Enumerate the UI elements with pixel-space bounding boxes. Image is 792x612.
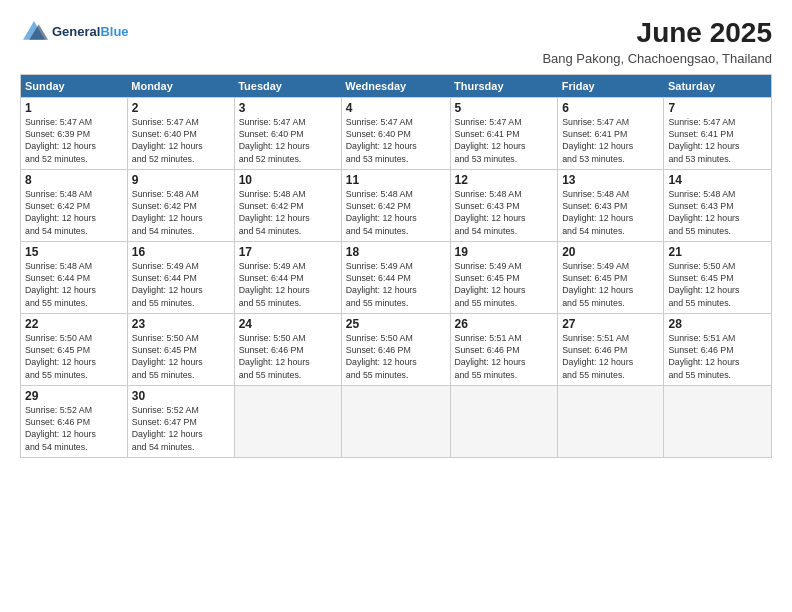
table-row: 30 Sunrise: 5:52 AMSunset: 6:47 PMDaylig… [127,385,234,457]
day-number: 21 [668,245,767,259]
calendar: Sunday Monday Tuesday Wednesday Thursday… [20,74,772,458]
table-row: 10 Sunrise: 5:48 AMSunset: 6:42 PMDaylig… [234,169,341,241]
table-row: 24 Sunrise: 5:50 AMSunset: 6:46 PMDaylig… [234,313,341,385]
day-info: Sunrise: 5:50 AMSunset: 6:45 PMDaylight:… [25,332,123,381]
table-row: 15 Sunrise: 5:48 AMSunset: 6:44 PMDaylig… [21,241,128,313]
day-info: Sunrise: 5:52 AMSunset: 6:47 PMDaylight:… [132,404,230,453]
calendar-week-3: 15 Sunrise: 5:48 AMSunset: 6:44 PMDaylig… [21,241,772,313]
subtitle: Bang Pakong, Chachoengsao, Thailand [542,51,772,66]
day-number: 4 [346,101,446,115]
logo-blue: Blue [100,24,128,39]
day-number: 28 [668,317,767,331]
day-info: Sunrise: 5:50 AMSunset: 6:45 PMDaylight:… [668,260,767,309]
table-row: 18 Sunrise: 5:49 AMSunset: 6:44 PMDaylig… [341,241,450,313]
day-info: Sunrise: 5:51 AMSunset: 6:46 PMDaylight:… [668,332,767,381]
table-row: 21 Sunrise: 5:50 AMSunset: 6:45 PMDaylig… [664,241,772,313]
day-info: Sunrise: 5:52 AMSunset: 6:46 PMDaylight:… [25,404,123,453]
calendar-body: 1 Sunrise: 5:47 AMSunset: 6:39 PMDayligh… [21,97,772,457]
day-info: Sunrise: 5:49 AMSunset: 6:45 PMDaylight:… [455,260,554,309]
day-number: 24 [239,317,337,331]
main-title: June 2025 [542,18,772,49]
day-info: Sunrise: 5:47 AMSunset: 6:41 PMDaylight:… [668,116,767,165]
day-number: 29 [25,389,123,403]
day-info: Sunrise: 5:51 AMSunset: 6:46 PMDaylight:… [562,332,659,381]
day-info: Sunrise: 5:47 AMSunset: 6:40 PMDaylight:… [132,116,230,165]
day-number: 2 [132,101,230,115]
day-info: Sunrise: 5:50 AMSunset: 6:46 PMDaylight:… [346,332,446,381]
table-row: 27 Sunrise: 5:51 AMSunset: 6:46 PMDaylig… [558,313,664,385]
page: GeneralBlue June 2025 Bang Pakong, Chach… [0,0,792,612]
calendar-week-5: 29 Sunrise: 5:52 AMSunset: 6:46 PMDaylig… [21,385,772,457]
table-row: 5 Sunrise: 5:47 AMSunset: 6:41 PMDayligh… [450,97,558,169]
day-info: Sunrise: 5:48 AMSunset: 6:43 PMDaylight:… [668,188,767,237]
day-number: 20 [562,245,659,259]
day-info: Sunrise: 5:48 AMSunset: 6:42 PMDaylight:… [25,188,123,237]
day-info: Sunrise: 5:47 AMSunset: 6:40 PMDaylight:… [239,116,337,165]
day-info: Sunrise: 5:51 AMSunset: 6:46 PMDaylight:… [455,332,554,381]
table-row: 29 Sunrise: 5:52 AMSunset: 6:46 PMDaylig… [21,385,128,457]
day-number: 15 [25,245,123,259]
day-number: 23 [132,317,230,331]
day-number: 13 [562,173,659,187]
table-row [558,385,664,457]
day-info: Sunrise: 5:48 AMSunset: 6:43 PMDaylight:… [455,188,554,237]
day-info: Sunrise: 5:49 AMSunset: 6:44 PMDaylight:… [346,260,446,309]
calendar-week-4: 22 Sunrise: 5:50 AMSunset: 6:45 PMDaylig… [21,313,772,385]
day-number: 5 [455,101,554,115]
col-sunday: Sunday [21,74,128,97]
table-row: 13 Sunrise: 5:48 AMSunset: 6:43 PMDaylig… [558,169,664,241]
day-info: Sunrise: 5:49 AMSunset: 6:44 PMDaylight:… [132,260,230,309]
day-number: 16 [132,245,230,259]
day-number: 27 [562,317,659,331]
table-row: 20 Sunrise: 5:49 AMSunset: 6:45 PMDaylig… [558,241,664,313]
day-number: 17 [239,245,337,259]
day-number: 7 [668,101,767,115]
day-number: 1 [25,101,123,115]
col-monday: Monday [127,74,234,97]
calendar-week-2: 8 Sunrise: 5:48 AMSunset: 6:42 PMDayligh… [21,169,772,241]
table-row: 25 Sunrise: 5:50 AMSunset: 6:46 PMDaylig… [341,313,450,385]
day-number: 14 [668,173,767,187]
day-info: Sunrise: 5:48 AMSunset: 6:44 PMDaylight:… [25,260,123,309]
day-info: Sunrise: 5:47 AMSunset: 6:41 PMDaylight:… [562,116,659,165]
day-info: Sunrise: 5:49 AMSunset: 6:45 PMDaylight:… [562,260,659,309]
table-row: 11 Sunrise: 5:48 AMSunset: 6:42 PMDaylig… [341,169,450,241]
col-wednesday: Wednesday [341,74,450,97]
table-row: 23 Sunrise: 5:50 AMSunset: 6:45 PMDaylig… [127,313,234,385]
day-number: 3 [239,101,337,115]
table-row: 3 Sunrise: 5:47 AMSunset: 6:40 PMDayligh… [234,97,341,169]
day-info: Sunrise: 5:47 AMSunset: 6:41 PMDaylight:… [455,116,554,165]
table-row: 14 Sunrise: 5:48 AMSunset: 6:43 PMDaylig… [664,169,772,241]
logo-text: GeneralBlue [52,25,129,40]
table-row: 17 Sunrise: 5:49 AMSunset: 6:44 PMDaylig… [234,241,341,313]
table-row: 19 Sunrise: 5:49 AMSunset: 6:45 PMDaylig… [450,241,558,313]
day-info: Sunrise: 5:50 AMSunset: 6:45 PMDaylight:… [132,332,230,381]
table-row: 9 Sunrise: 5:48 AMSunset: 6:42 PMDayligh… [127,169,234,241]
day-number: 6 [562,101,659,115]
title-block: June 2025 Bang Pakong, Chachoengsao, Tha… [542,18,772,66]
logo-line1: GeneralBlue [52,25,129,40]
day-number: 9 [132,173,230,187]
day-info: Sunrise: 5:47 AMSunset: 6:40 PMDaylight:… [346,116,446,165]
day-info: Sunrise: 5:48 AMSunset: 6:43 PMDaylight:… [562,188,659,237]
day-number: 11 [346,173,446,187]
day-info: Sunrise: 5:48 AMSunset: 6:42 PMDaylight:… [132,188,230,237]
day-number: 25 [346,317,446,331]
day-number: 22 [25,317,123,331]
header: GeneralBlue June 2025 Bang Pakong, Chach… [20,18,772,66]
table-row [664,385,772,457]
day-info: Sunrise: 5:48 AMSunset: 6:42 PMDaylight:… [346,188,446,237]
calendar-header-row: Sunday Monday Tuesday Wednesday Thursday… [21,74,772,97]
table-row: 8 Sunrise: 5:48 AMSunset: 6:42 PMDayligh… [21,169,128,241]
table-row: 26 Sunrise: 5:51 AMSunset: 6:46 PMDaylig… [450,313,558,385]
day-info: Sunrise: 5:49 AMSunset: 6:44 PMDaylight:… [239,260,337,309]
col-tuesday: Tuesday [234,74,341,97]
day-number: 12 [455,173,554,187]
table-row: 22 Sunrise: 5:50 AMSunset: 6:45 PMDaylig… [21,313,128,385]
table-row [341,385,450,457]
day-number: 8 [25,173,123,187]
table-row: 7 Sunrise: 5:47 AMSunset: 6:41 PMDayligh… [664,97,772,169]
day-number: 18 [346,245,446,259]
table-row: 28 Sunrise: 5:51 AMSunset: 6:46 PMDaylig… [664,313,772,385]
day-info: Sunrise: 5:47 AMSunset: 6:39 PMDaylight:… [25,116,123,165]
